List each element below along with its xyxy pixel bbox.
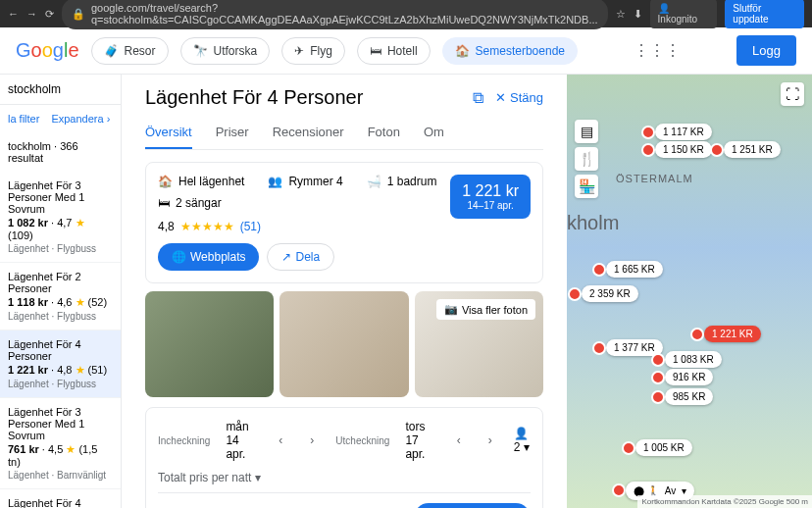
results-count: tockholm · 366 resultat (0, 132, 121, 172)
price-pin[interactable]: 1 251 KR (724, 141, 781, 158)
tab-recensioner[interactable]: Recensioner (273, 117, 344, 149)
rating-value: 4,8 (158, 220, 175, 233)
result-item[interactable]: Lägenhet För 3 Personer Med 1 Sovrum761 … (0, 398, 121, 489)
chip-travel[interactable]: 🧳 Resor (91, 37, 169, 65)
share-button[interactable]: ↗ Dela (267, 243, 334, 271)
price-pin[interactable]: 1 117 KR (655, 124, 712, 140)
price-pin[interactable]: 1 005 KR (635, 439, 692, 456)
review-count[interactable]: (51) (240, 220, 261, 233)
visit-website-button[interactable]: Besök webbplats (414, 503, 531, 508)
photo-strip[interactable]: 📷 Visa fler foton (145, 291, 543, 397)
price-pin[interactable]: 985 KR (665, 388, 713, 405)
incognito-badge: 👤 Inkognito (650, 0, 718, 28)
price-pin[interactable]: 1 150 KR (655, 141, 712, 158)
login-button[interactable]: Logg (736, 35, 796, 66)
detail-panel: Lägenhet För 4 Personer ⧉ ✕ Stäng Översi… (122, 75, 567, 508)
checkin-label: Incheckning (158, 435, 210, 446)
layers-icon[interactable]: ▤ (575, 120, 598, 143)
photo-1[interactable] (145, 291, 274, 397)
amenity-capacity: 👥 Rymmer 4 (268, 175, 342, 188)
lock-icon: 🔒 (72, 8, 85, 21)
guests-selector[interactable]: 👤 2 ▾ (514, 427, 531, 454)
google-logo[interactable]: Google (16, 39, 79, 62)
price-pin[interactable]: 1 083 KR (665, 351, 722, 368)
city-label: kholm (567, 212, 619, 234)
open-external-icon[interactable]: ⧉ (473, 89, 483, 107)
map[interactable]: ⛶ ▤ 🍴 🏪 ÖSTERMALM kholm 1 117 KR1 150 KR… (567, 75, 812, 508)
total-price-toggle[interactable]: Totalt pris per natt ▾ (158, 471, 531, 484)
star-icon[interactable]: ☆ (616, 8, 626, 21)
rating-stars: ★★★★★ (180, 220, 234, 233)
checkin-date[interactable]: mån 14 apr. (226, 420, 257, 461)
tab-foton[interactable]: Foton (368, 117, 400, 149)
chip-hotels[interactable]: 🛏 Hotell (357, 37, 431, 65)
district-label: ÖSTERMALM (616, 173, 693, 184)
chip-flights[interactable]: ✈ Flyg (281, 37, 345, 65)
price-pin[interactable]: 2 359 KR (582, 285, 638, 302)
result-item[interactable]: Lägenhet För 4 Personer Med 1 Sovrum915 … (0, 489, 121, 508)
checkin-next[interactable]: › (304, 432, 320, 449)
price-pin[interactable]: 916 KR (665, 369, 713, 385)
tab-översikt[interactable]: Översikt (145, 117, 192, 149)
checkout-prev[interactable]: ‹ (451, 432, 467, 449)
result-item[interactable]: Lägenhet För 3 Personer Med 1 Sovrum1 08… (0, 172, 121, 263)
close-button[interactable]: ✕ Stäng (495, 90, 543, 105)
nav-fwd-icon[interactable]: → (26, 8, 37, 20)
amenity-apartment: 🏠 Hel lägenhet (158, 175, 244, 188)
tab-priser[interactable]: Priser (216, 117, 249, 149)
apps-icon[interactable]: ⋮⋮⋮ (634, 41, 681, 60)
website-button[interactable]: 🌐 Webbplats (158, 243, 259, 271)
price-pin[interactable]: 1 665 KR (606, 261, 663, 278)
google-header: Google 🧳 Resor 🔭 Utforska ✈ Flyg 🛏 Hotel… (0, 27, 812, 75)
map-attribution: Kortkommandon Kartdata ©2025 Google 500 … (637, 495, 812, 508)
restaurant-icon[interactable]: 🍴 (575, 147, 598, 171)
checkout-date[interactable]: tors 17 apr. (405, 420, 434, 461)
results-sidebar: ✕ la filter Expandera › tockholm · 366 r… (0, 75, 122, 508)
detail-title: Lägenhet För 4 Personer (145, 86, 461, 109)
chip-explore[interactable]: 🔭 Utforska (180, 37, 271, 65)
more-photos-button[interactable]: 📷 Visa fler foton (436, 299, 535, 320)
expand-link[interactable]: Expandera › (51, 113, 110, 125)
checkout-label: Utcheckning (335, 435, 389, 446)
url-bar[interactable]: 🔒 google.com/travel/search?q=stockholm&t… (62, 0, 608, 29)
price-badge: 1 221 kr 14–17 apr. (450, 175, 531, 219)
tab-om[interactable]: Om (424, 117, 444, 149)
transit-icon[interactable]: 🏪 (575, 175, 598, 198)
checkout-next[interactable]: › (482, 432, 498, 449)
all-filters[interactable]: la filter (8, 113, 39, 125)
amenity-bathroom: 🛁 1 badrum (367, 175, 437, 188)
checkin-prev[interactable]: ‹ (273, 432, 288, 449)
price-pin[interactable]: 1 221 KR (704, 326, 761, 342)
browser-chrome: ← → ⟳ 🔒 google.com/travel/search?q=stock… (0, 0, 812, 27)
reload-icon[interactable]: ⟳ (45, 8, 54, 21)
photo-2[interactable] (279, 291, 408, 397)
search-input[interactable] (8, 82, 122, 96)
fullscreen-icon[interactable]: ⛶ (781, 82, 804, 106)
result-item[interactable]: Lägenhet För 4 Personer1 221 kr · 4,8 ★ … (0, 330, 121, 398)
url-text: google.com/travel/search?q=stockholm&ts=… (91, 2, 598, 25)
download-icon[interactable]: ⬇ (634, 8, 642, 21)
chip-rentals[interactable]: 🏠 Semesterboende (442, 37, 578, 65)
result-item[interactable]: Lägenhet För 2 Personer1 118 kr · 4,6 ★ … (0, 263, 121, 330)
nav-back-icon[interactable]: ← (8, 8, 19, 20)
update-button[interactable]: Slutför uppdate (725, 0, 804, 28)
